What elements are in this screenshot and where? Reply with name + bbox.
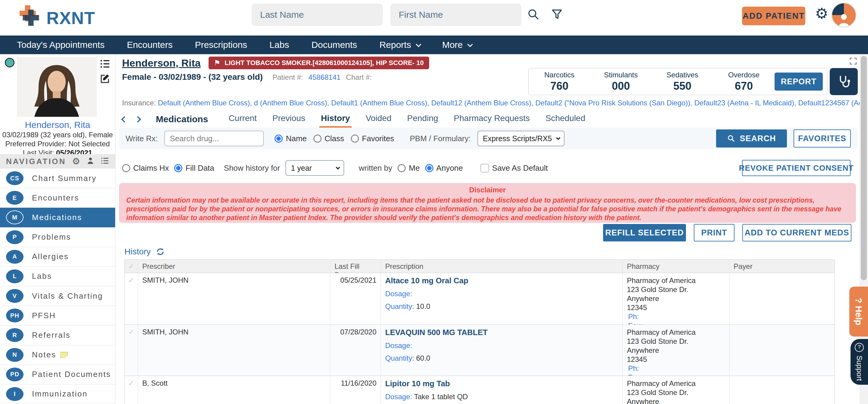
person-icon[interactable] <box>86 157 95 166</box>
favorites-button[interactable]: FAVORITES <box>794 130 851 147</box>
prescriber-cell: SMITH, JOHN <box>138 325 330 376</box>
edit-icon[interactable] <box>99 73 110 86</box>
history-section-title: History <box>124 247 151 257</box>
radio-me[interactable] <box>398 164 406 172</box>
disclaimer-title: Disclaimer <box>126 186 849 194</box>
question-circle-icon: ? <box>855 343 864 352</box>
patient-alert-badge[interactable]: ⚑ LIGHT TOBACCO SMOKER.[428061000124105]… <box>209 57 429 69</box>
add-patient-button[interactable]: ADD PATIENT <box>742 7 805 25</box>
sidebar-item-problems[interactable]: PProblems <box>0 228 115 247</box>
prescriber-cell: B, Scott <box>138 376 330 404</box>
drug-search-input[interactable] <box>164 131 264 146</box>
print-button[interactable]: PRINT <box>694 224 735 241</box>
first-name-search-input[interactable] <box>390 4 521 26</box>
radio-anyone[interactable] <box>425 164 433 172</box>
row-check[interactable]: ✓ <box>125 273 138 325</box>
revoke-patient-consent-button[interactable]: REVOKE PATIENT CONSENT <box>742 160 850 176</box>
sidebar-item-medications[interactable]: MMedications <box>0 208 115 227</box>
score-sedatives: Sedatives550 <box>652 71 713 93</box>
select-all-check[interactable]: ✓ <box>125 260 138 273</box>
sidebar-item-notes[interactable]: NNotes <box>0 345 115 365</box>
filter-icon[interactable] <box>550 8 564 21</box>
tab-previous[interactable]: Previous <box>273 113 305 125</box>
gear-icon[interactable]: ⚙ <box>815 6 829 21</box>
medications-tabs: Medications Current Previous History Voi… <box>122 112 585 127</box>
nav-todays-appointments[interactable]: Today's Appointments <box>17 40 104 50</box>
sidebar-item-vitals-charting[interactable]: VVitals & Charting <box>0 286 115 306</box>
nav-labs[interactable]: Labs <box>270 40 289 50</box>
drug-name-link[interactable]: Altace 10 mg Oral Cap <box>385 276 618 285</box>
support-button[interactable]: ? Support <box>850 339 868 385</box>
patient-card-name[interactable]: Henderson, Rita <box>0 120 115 130</box>
expand-icon[interactable] <box>849 57 858 67</box>
pbm-select[interactable]: Express Scripts/RX5 <box>477 131 564 146</box>
badge: P <box>6 230 24 244</box>
help-tab[interactable]: ? Help <box>849 287 868 337</box>
sidebar-item-referrals[interactable]: RReferrals <box>0 326 115 345</box>
list-icon[interactable] <box>101 157 109 166</box>
stethoscope-button[interactable] <box>830 68 858 95</box>
gear-icon[interactable]: ⚙ <box>72 157 80 166</box>
scrollbar-thumb[interactable] <box>861 56 867 280</box>
nav-encounters[interactable]: Encounters <box>127 40 173 50</box>
list-icon[interactable] <box>99 58 110 70</box>
report-button[interactable]: REPORT <box>775 72 823 91</box>
tab-voided[interactable]: Voided <box>366 113 392 125</box>
row-check[interactable]: ✓ <box>125 376 138 404</box>
refill-selected-button[interactable]: REFILL SELECTED <box>603 224 686 241</box>
save-as-default-checkbox[interactable] <box>480 164 489 172</box>
radio-name[interactable] <box>275 135 283 143</box>
refresh-icon[interactable] <box>156 247 165 257</box>
col-payer: Payer <box>730 260 835 273</box>
tab-scheduled[interactable]: Scheduled <box>546 113 585 125</box>
patient-banner-name[interactable]: Henderson, Rita <box>122 57 201 69</box>
nav-reports[interactable]: Reports <box>379 40 420 50</box>
sidebar-item-labs[interactable]: LLabs <box>0 267 115 286</box>
radio-claims-hx[interactable] <box>122 164 130 172</box>
badge: V <box>6 289 24 303</box>
tab-history[interactable]: History <box>321 113 350 125</box>
add-to-current-meds-button[interactable]: ADD TO CURRENT MEDS <box>742 224 851 241</box>
insurance-row: Insurance: Default (Anthem Blue Cross), … <box>122 99 868 108</box>
user-avatar[interactable] <box>831 2 857 28</box>
sidebar-item-chart-summary[interactable]: CSChart Summary <box>0 169 115 188</box>
period-select[interactable]: 1 year <box>285 160 344 176</box>
col-prescriber: Prescriber <box>138 260 330 273</box>
radio-class[interactable] <box>313 135 321 143</box>
radio-fill-data[interactable] <box>174 164 182 172</box>
tab-pharmacy-requests[interactable]: Pharmacy Requests <box>454 113 530 125</box>
brand-name: RXNT <box>46 8 95 28</box>
search-button[interactable]: SEARCH <box>716 130 787 147</box>
nav-prescriptions[interactable]: Prescriptions <box>195 40 247 50</box>
search-icon[interactable] <box>527 8 540 21</box>
history-table-header: ✓ Prescriber Last Fill Date Prescription… <box>125 260 835 273</box>
sidebar-item-immunization[interactable]: IImmunization <box>0 384 115 404</box>
nav-more[interactable]: More <box>442 40 471 50</box>
sidebar-item-patient-documents[interactable]: PDPatient Documents <box>0 365 115 384</box>
tab-pending[interactable]: Pending <box>407 113 438 125</box>
drug-name-link[interactable]: Lipitor 10 mg Tab <box>385 379 618 389</box>
prescriber-cell: SMITH, JOHN <box>138 273 330 325</box>
sidebar-item-pfsh[interactable]: PHPFSH <box>0 306 115 326</box>
nav-documents[interactable]: Documents <box>311 40 357 50</box>
write-rx-bar: Write Rx: Name Class Favorites PBM / For… <box>119 128 858 149</box>
tab-current[interactable]: Current <box>228 113 256 125</box>
badge: A <box>6 250 24 264</box>
sticky-note-icon <box>60 352 67 358</box>
drug-name-link[interactable]: LEVAQUIN 500 MG TABLET <box>385 328 618 337</box>
patient-number-link[interactable]: 45868141 <box>308 73 341 81</box>
history-table: ✓ Prescriber Last Fill Date Prescription… <box>124 260 835 404</box>
badge: N <box>6 348 24 362</box>
badge: I <box>6 387 24 401</box>
tabs-scroll-left-icon[interactable] <box>121 116 127 122</box>
patient-dob-line: 03/02/1989 (32 years old), Female <box>0 131 115 139</box>
row-check[interactable]: ✓ <box>125 325 138 376</box>
radio-favorites[interactable] <box>351 135 359 143</box>
last-name-search-input[interactable] <box>252 4 383 26</box>
badge: R <box>6 328 24 342</box>
sidebar-item-allergies[interactable]: AAllergies <box>0 247 115 267</box>
col-prescription: Prescription <box>381 260 623 273</box>
tabs-scroll-right-icon[interactable] <box>135 116 141 122</box>
rxnt-logo[interactable]: RXNT <box>17 4 95 31</box>
sidebar-item-encounters[interactable]: EEncounters <box>0 188 115 208</box>
